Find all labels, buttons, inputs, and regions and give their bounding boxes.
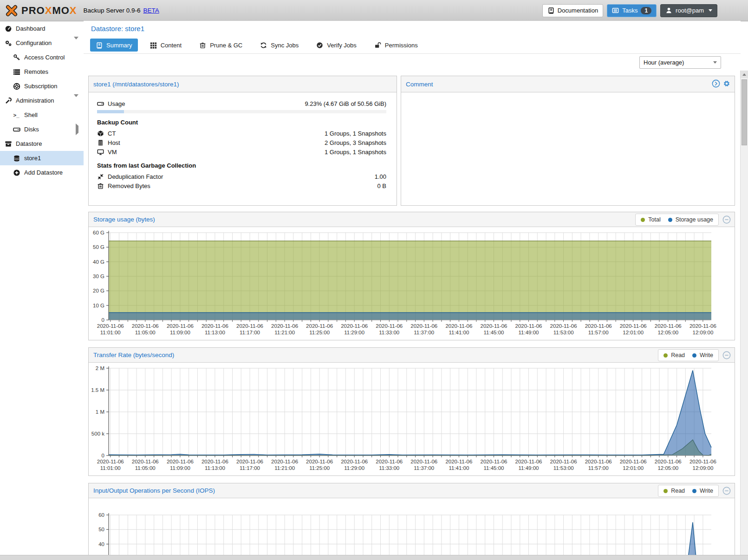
sidebar-item-label: store1 (24, 155, 41, 162)
main-content: Datastore: store1 SummaryContentPrune & … (84, 21, 741, 560)
scroll-up-arrow-icon[interactable] (741, 71, 748, 78)
chevron-down-icon[interactable] (74, 97, 78, 104)
tab-verify-jobs[interactable]: Verify Jobs (311, 39, 362, 52)
username-label: root@pam (676, 7, 704, 14)
x-tick-time: 11:37:00 (414, 330, 434, 335)
x-tick-time: 12:05:00 (657, 330, 678, 335)
sidebar-item-add-datastore[interactable]: Add Datastore (0, 165, 84, 180)
trash-icon (199, 42, 206, 49)
row-label: Usage (108, 100, 125, 107)
x-tick-time: 11:25:00 (309, 465, 330, 471)
scrollbar-thumb[interactable] (741, 79, 747, 145)
tasks-label: Tasks (622, 7, 637, 14)
tasks-button[interactable]: Tasks 1 (607, 4, 657, 17)
x-tick-date: 2020-11-06 (341, 459, 368, 464)
book-icon (547, 7, 554, 14)
sidebar-item-store1[interactable]: store1 (0, 151, 84, 165)
sidebar-item-datastore[interactable]: Datastore (0, 137, 84, 151)
tab-prune-gc[interactable]: Prune & GC (194, 39, 248, 52)
legend-item-total[interactable]: Total (641, 216, 660, 223)
x-tick-time: 11:49:00 (519, 465, 539, 471)
legend-dot-icon (663, 489, 668, 493)
collapse-panel-icon[interactable] (722, 215, 731, 224)
tab-bar: SummaryContentPrune & GCSync JobsVerify … (90, 39, 423, 52)
x-tick-time: 11:45:00 (484, 465, 504, 471)
datastore-summary-body: Usage9.23% (4.67 GiB of 50.56 GiB)Backup… (89, 92, 397, 190)
x-tick-date: 2020-11-06 (550, 323, 577, 329)
sidebar-item-subscription[interactable]: Subscription (0, 79, 84, 93)
documentation-button[interactable]: Documentation (542, 4, 603, 17)
gear-icon[interactable] (722, 79, 731, 88)
row-value: 1 Groups, 1 Snapshots (325, 149, 386, 156)
toolbar-separator (84, 53, 741, 54)
sidebar-item-administration[interactable]: Administration (0, 93, 84, 108)
tab-label: Content (161, 42, 182, 49)
collapse-panel-icon[interactable] (722, 487, 731, 495)
collapse-panel-icon[interactable] (722, 351, 731, 359)
check-circle-icon (316, 42, 323, 49)
sidebar-item-label: Dashboard (16, 25, 46, 32)
building-icon (97, 139, 104, 146)
x-tick-time: 11:49:00 (519, 330, 539, 335)
tasks-count-badge: 1 (641, 7, 651, 14)
bottom-window-edge (0, 555, 748, 560)
legend-item-storage-usage[interactable]: Storage usage (668, 216, 713, 223)
sidebar-item-access-control[interactable]: Access Control (0, 50, 84, 65)
compress-icon (97, 173, 104, 180)
desktop-icon (97, 149, 104, 156)
x-tick-date: 2020-11-06 (655, 323, 682, 329)
sidebar-item-label: Administration (16, 97, 54, 104)
beta-link[interactable]: BETA (143, 7, 159, 14)
panel-header: Storage usage (bytes)TotalStorage usage (89, 212, 735, 227)
database-icon (13, 155, 20, 162)
x-tick-date: 2020-11-06 (306, 323, 333, 329)
row-label: CT (108, 130, 116, 137)
legend-item-write[interactable]: Write (692, 488, 713, 494)
transfer-rate-chart-panel: Transfer Rate (bytes/second)ReadWrite2 M… (88, 347, 735, 476)
sidebar-item-remotes[interactable]: Remotes (0, 65, 84, 79)
tab-permissions[interactable]: Permissions (369, 39, 423, 52)
svg-text:>_: >_ (13, 112, 20, 117)
chart-legend: ReadWrite (658, 485, 719, 497)
legend-label: Write (700, 488, 713, 494)
chart-title: Transfer Rate (bytes/second) (93, 352, 174, 358)
panel-header: Comment (401, 76, 735, 92)
tab-sync-jobs[interactable]: Sync Jobs (254, 39, 304, 52)
wrench-icon (5, 97, 12, 104)
chart-legend: ReadWrite (658, 349, 719, 361)
legend-item-read[interactable]: Read (663, 352, 685, 358)
sidebar-item-shell[interactable]: >_Shell (0, 108, 84, 122)
sidebar-item-dashboard[interactable]: Dashboard (0, 21, 84, 36)
chevron-down-icon[interactable] (74, 39, 78, 46)
x-tick-time: 12:01:00 (623, 330, 644, 335)
x-tick-date: 2020-11-06 (97, 323, 124, 329)
backup-count-row: CT1 Groups, 1 Snapshots (97, 129, 386, 138)
chevron-right-icon[interactable] (76, 126, 78, 133)
chevron-right-circle-icon[interactable] (712, 79, 720, 88)
tab-content[interactable]: Content (144, 39, 188, 52)
x-tick-time: 11:29:00 (344, 465, 364, 471)
backup-count-row: Host2 Groups, 3 Snapshots (97, 138, 386, 147)
tab-label: Verify Jobs (327, 42, 357, 49)
legend-item-read[interactable]: Read (663, 488, 685, 494)
y-tick-label: 60 G (93, 230, 104, 235)
timeframe-select[interactable]: Hour (average) (639, 56, 721, 69)
legend-dot-icon (668, 218, 672, 222)
sidebar-item-configuration[interactable]: Configuration (0, 36, 84, 50)
x-tick-date: 2020-11-06 (376, 459, 403, 464)
x-tick-date: 2020-11-06 (515, 459, 542, 464)
y-tick-label: 60 (98, 512, 104, 518)
key-icon (13, 54, 20, 61)
wordmark-part: MO (52, 5, 69, 16)
user-menu-button[interactable]: root@pam (660, 4, 717, 17)
legend-dot-icon (692, 353, 696, 358)
sidebar-item-label: Shell (24, 111, 38, 118)
x-tick-date: 2020-11-06 (271, 459, 298, 464)
comment-body[interactable] (401, 92, 735, 206)
sidebar-item-disks[interactable]: Disks (0, 122, 84, 137)
vertical-scrollbar[interactable] (740, 71, 748, 555)
hdd-icon (97, 100, 104, 107)
legend-item-write[interactable]: Write (692, 352, 713, 358)
x-tick-date: 2020-11-06 (689, 459, 716, 464)
tab-summary[interactable]: Summary (90, 39, 138, 52)
